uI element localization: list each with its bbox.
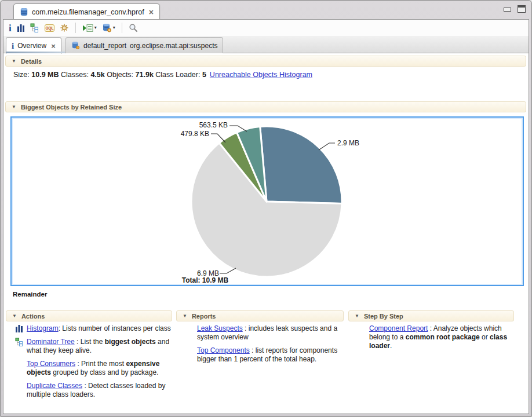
top-components-link[interactable]: Top Components — [197, 346, 250, 354]
toolbar-separator — [75, 23, 76, 33]
details-header-label: Details — [21, 58, 42, 65]
heap-dump-icon — [20, 8, 28, 16]
tab-report-name: default_report — [83, 42, 126, 50]
details-section-header: ▼ Details — [5, 56, 526, 67]
info-button[interactable]: i — [9, 23, 12, 33]
report-icon — [71, 41, 80, 50]
collapse-triangle-icon[interactable]: ▼ — [12, 59, 16, 64]
action-item-duplicate-classes: Duplicate Classes : Detect classes loade… — [6, 382, 173, 399]
step-by-step-section-header: ▼ Step By Step — [348, 310, 514, 321]
histogram-button[interactable] — [17, 24, 25, 32]
classes-value: 4.5k — [90, 71, 104, 79]
collapse-triangle-icon[interactable]: ▼ — [355, 314, 359, 319]
details-summary: Size: 10.9 MB Classes: 4.5k Objects: 71.… — [13, 71, 312, 79]
toolbar: i OQL — [3, 20, 529, 36]
chevron-down-icon: ▾ — [94, 25, 97, 30]
heap-dump-gear-icon — [102, 23, 112, 32]
oql-icon: OQL — [45, 24, 54, 32]
histogram-icon — [17, 24, 25, 32]
active-tab-underline — [6, 52, 65, 53]
step-by-step-section: ▼ Step By Step Component Report : Analyz… — [348, 310, 515, 414]
gear-icon — [60, 23, 69, 32]
leak-suspects-link[interactable]: Leak Suspects — [197, 324, 243, 332]
search-icon — [129, 23, 138, 32]
toolbar-separator — [122, 23, 122, 33]
run-report-icon — [82, 24, 93, 32]
acquire-heap-dump-button[interactable]: ▾ — [102, 23, 115, 32]
tab-default-report[interactable]: default_report org.eclipse.mat.api:suspe… — [65, 37, 223, 53]
pie-label-479kb: 479.8 KB — [157, 130, 209, 138]
tab-overview-label: Overview — [17, 42, 46, 50]
biggest-objects-header-label: Biggest Objects by Retained Size — [21, 104, 122, 111]
step-by-step-header-label: Step By Step — [364, 313, 403, 320]
classloader-value: 5 — [202, 71, 206, 79]
collapse-triangle-icon[interactable]: ▼ — [183, 314, 187, 319]
biggest-objects-section-header: ▼ Biggest Objects by Retained Size — [5, 101, 526, 112]
unreachable-objects-link[interactable]: Unreachable Objects Histogram — [210, 71, 312, 79]
editor-tab-strip: com.meizu.filemanager_conv.hprof × — [3, 2, 529, 19]
reports-section-header: ▼ Reports — [176, 310, 344, 321]
pie-chart: 563.5 KB 479.8 KB 2.9 MB 6.9 MB Total: 1… — [13, 119, 522, 284]
close-icon[interactable]: × — [149, 8, 154, 16]
actions-section: ▼ Actions Histogram: Lists number of ins… — [6, 310, 173, 414]
svg-text:OQL: OQL — [45, 26, 53, 31]
objects-value: 71.9k — [136, 71, 154, 79]
maximize-button[interactable] — [518, 5, 526, 13]
dominator-tree-icon — [15, 338, 24, 347]
info-icon: i — [12, 42, 14, 50]
pie-chart-panel: 563.5 KB 479.8 KB 2.9 MB 6.9 MB Total: 1… — [10, 116, 524, 286]
dominator-tree-icon — [30, 23, 39, 32]
duplicate-classes-link[interactable]: Duplicate Classes — [27, 382, 82, 390]
histogram-link[interactable]: Histogram — [27, 324, 59, 332]
oql-button[interactable]: OQL — [45, 24, 54, 32]
pie-label-563kb: 563.5 KB — [176, 121, 228, 129]
dominator-tree-button[interactable] — [30, 23, 39, 32]
chevron-down-icon: ▾ — [113, 25, 115, 30]
action-item-top-consumers: Top Consumers : Print the most expensive… — [6, 360, 173, 377]
step-item-component-report: Component Report : Analyze objects which… — [348, 324, 515, 350]
component-report-link[interactable]: Component Report — [369, 324, 428, 332]
size-value: 10.9 MB — [31, 71, 59, 79]
pie-slices — [191, 126, 342, 277]
pie-total-label: Total: 10.9 MB — [170, 276, 240, 284]
tab-report-detail: org.eclipse.mat.api:suspects — [130, 42, 217, 50]
run-expert-test-button[interactable]: ▾ — [82, 24, 97, 32]
remainder-label: Remainder — [13, 291, 47, 298]
collapse-triangle-icon[interactable]: ▼ — [12, 314, 17, 319]
search-button[interactable] — [129, 23, 138, 32]
reports-header-label: Reports — [192, 313, 216, 320]
info-icon: i — [9, 23, 12, 33]
pie-slice-biggest-object[interactable] — [260, 126, 342, 203]
app-window: com.meizu.filemanager_conv.hprof × i — [0, 0, 532, 417]
dominator-tree-link[interactable]: Dominator Tree — [27, 338, 75, 346]
close-icon[interactable]: × — [51, 42, 56, 50]
histogram-icon — [15, 324, 24, 334]
minimize-button[interactable] — [504, 8, 511, 12]
collapse-triangle-icon[interactable]: ▼ — [12, 105, 16, 109]
view-tab-strip: i Overview × default_report org.eclipse.… — [3, 36, 529, 53]
editor-area: i OQL — [3, 19, 529, 414]
action-item-histogram: Histogram: Lists number of instances per… — [6, 324, 173, 333]
pie-chart-svg — [13, 119, 523, 286]
report-item-top-components: Top Components : list reports for compon… — [176, 346, 344, 364]
actions-section-header: ▼ Actions — [6, 310, 172, 321]
action-item-dominator-tree: Dominator Tree : List the biggest object… — [6, 338, 173, 355]
actions-header-label: Actions — [21, 313, 45, 320]
reports-section: ▼ Reports Leak Suspects : includes leak … — [176, 310, 344, 414]
pie-label-2.9mb: 2.9 MB — [337, 139, 359, 147]
settings-button[interactable] — [60, 23, 69, 32]
report-item-leak-suspects: Leak Suspects : includes leak suspects a… — [176, 324, 344, 342]
editor-tab-title: com.meizu.filemanager_conv.hprof — [32, 8, 144, 16]
top-consumers-link[interactable]: Top Consumers — [27, 360, 75, 368]
overview-page: ▼ Details Size: 10.9 MB Classes: 4.5k Ob… — [3, 53, 529, 414]
editor-tab-hprof[interactable]: com.meizu.filemanager_conv.hprof × — [13, 3, 160, 20]
